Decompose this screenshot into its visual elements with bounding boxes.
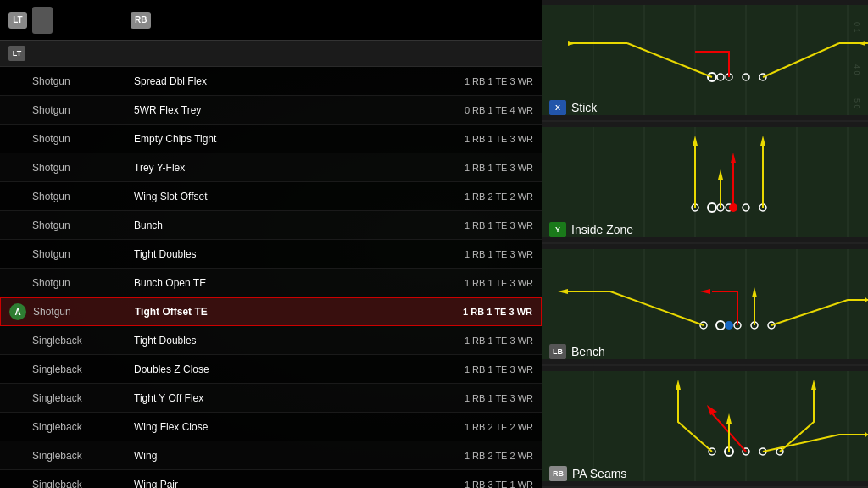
lt-nav-badge: LT (8, 12, 27, 29)
rb-nav-badge: RB (131, 12, 151, 29)
svg-point-34 (729, 203, 737, 212)
play-desc-label: 1 RB 1 TE 3 WR (423, 393, 533, 403)
top-nav: LT RB (0, 0, 542, 41)
formation-label: Singleback (32, 363, 134, 375)
svg-text:0 1: 0 1 (853, 22, 861, 33)
svg-text:5 0: 5 0 (853, 98, 861, 109)
play-desc-label: 1 RB 1 TE 3 WR (423, 278, 533, 288)
play-desc-label: 1 RB 2 TE 2 WR (423, 191, 533, 202)
play-name-label: Trey Y-Flex (134, 162, 423, 174)
tab-all-plays[interactable] (80, 7, 100, 34)
preview-badge-2: LB (549, 344, 566, 359)
svg-point-51 (725, 321, 733, 330)
formation-label: Shotgun (32, 219, 134, 231)
preview-name-1: Inside Zone (571, 223, 633, 236)
play-row[interactable]: Shotgun Bunch Open TE 1 RB 1 TE 3 WR (0, 269, 542, 297)
play-preview-3[interactable]: RB PA Seams (542, 366, 868, 488)
play-name-label: Bunch (134, 219, 423, 231)
svg-rect-0 (542, 5, 868, 115)
play-preview-0[interactable]: 0 1 4 0 5 0 X Stick (542, 0, 868, 122)
play-desc-label: 0 RB 1 TE 4 WR (423, 105, 533, 115)
formation-label: Singleback (32, 335, 134, 347)
formation-label: Shotgun (32, 248, 134, 260)
preview-badge-0: X (549, 100, 566, 115)
play-desc-label: 1 RB 1 TE 3 WR (423, 364, 533, 374)
play-name-label: Wing Flex Close (134, 421, 423, 433)
play-desc-label: 1 RB 1 TE 3 WR (423, 134, 533, 144)
play-name-label: Empty Chips Tight (134, 133, 423, 145)
lt-list-badge: LT (8, 46, 25, 61)
play-name-label: Tight Doubles (134, 248, 423, 260)
play-name-label: Wing Slot Offset (134, 191, 423, 202)
formation-label: Shotgun (32, 162, 134, 174)
formation-label: Singleback (32, 450, 134, 462)
play-desc-label: 1 RB 1 TE 3 WR (423, 220, 533, 230)
play-row[interactable]: Singleback Wing Pair 1 RB 3 TE 1 WR (0, 470, 542, 488)
play-desc-label: 1 RB 2 TE 2 WR (423, 451, 533, 461)
play-row[interactable]: Shotgun Empty Chips Tight 1 RB 1 TE 3 WR (0, 125, 542, 153)
play-name-label: Wing Pair (134, 479, 423, 489)
preview-label-2: LB Bench (549, 344, 605, 359)
a-badge: A (9, 303, 26, 320)
preview-label-0: X Stick (549, 100, 597, 115)
left-panel: LT RB LT Shotgun Spread Dbl Flex 1 RB 1 (0, 0, 542, 488)
play-name-label: Spread Dbl Flex (134, 75, 423, 87)
play-name-label: Tight Y Off Flex (134, 392, 423, 404)
play-preview-1[interactable]: Y Inside Zone (542, 122, 868, 244)
play-row[interactable]: Singleback Doubles Z Close 1 RB 1 TE 3 W… (0, 355, 542, 384)
list-header: LT (0, 41, 542, 67)
preview-badge-1: Y (549, 222, 566, 237)
tab-my-gameplan[interactable] (103, 7, 124, 34)
play-row[interactable]: Shotgun 5WR Flex Trey 0 RB 1 TE 4 WR (0, 96, 542, 125)
play-row[interactable]: Shotgun Spread Dbl Flex 1 RB 1 TE 3 WR (0, 67, 542, 96)
play-desc-label: 1 RB 1 TE 3 WR (423, 76, 533, 86)
play-row[interactable]: Shotgun Bunch 1 RB 1 TE 3 WR (0, 211, 542, 240)
play-row[interactable]: Singleback Tight Y Off Flex 1 RB 1 TE 3 … (0, 384, 542, 413)
formation-label: Shotgun (33, 306, 135, 318)
play-name-label: Tight Doubles (134, 335, 423, 347)
preview-label-3: RB PA Seams (549, 466, 626, 481)
play-row[interactable]: Singleback Wing Flex Close 1 RB 2 TE 2 W… (0, 413, 542, 441)
play-row[interactable]: Singleback Tight Doubles 1 RB 1 TE 3 WR (0, 326, 542, 355)
formation-label: Shotgun (32, 133, 134, 145)
play-desc-label: 1 RB 1 TE 3 WR (423, 249, 533, 259)
play-row[interactable]: Shotgun Wing Slot Offset 1 RB 2 TE 2 WR (0, 182, 542, 211)
formation-label: Singleback (32, 479, 134, 489)
play-row[interactable]: Shotgun Trey Y-Flex 1 RB 1 TE 3 WR (0, 153, 542, 182)
preview-label-1: Y Inside Zone (549, 222, 633, 237)
right-panel: 0 1 4 0 5 0 X Stick (542, 0, 868, 488)
play-name-label: Wing (134, 450, 423, 462)
svg-rect-57 (542, 371, 868, 481)
formation-label: Shotgun (32, 75, 134, 87)
play-name-label: Doubles Z Close (134, 363, 423, 375)
play-row[interactable]: Singleback Wing 1 RB 2 TE 2 WR (0, 441, 542, 470)
preview-badge-3: RB (549, 466, 567, 481)
play-desc-label: 1 RB 2 TE 2 WR (423, 422, 533, 432)
formation-label: Singleback (32, 421, 134, 433)
play-desc-label: 1 RB 1 TE 3 WR (422, 307, 532, 317)
svg-rect-39 (542, 249, 868, 359)
play-list: Shotgun Spread Dbl Flex 1 RB 1 TE 3 WR S… (0, 67, 542, 488)
play-row[interactable]: A Shotgun Tight Offset TE 1 RB 1 TE 3 WR (0, 297, 542, 326)
formation-label: Shotgun (32, 277, 134, 289)
play-row[interactable]: Shotgun Tight Doubles 1 RB 1 TE 3 WR (0, 240, 542, 269)
formation-label: Singleback (32, 392, 134, 404)
play-desc-label: 1 RB 3 TE 1 WR (423, 480, 533, 489)
play-preview-2[interactable]: LB Bench (542, 244, 868, 366)
tab-my-playbook[interactable] (56, 7, 76, 34)
preview-name-0: Stick (571, 101, 597, 114)
svg-text:4 0: 4 0 (853, 64, 861, 75)
play-desc-label: 1 RB 1 TE 3 WR (423, 336, 533, 346)
play-name-label: Bunch Open TE (134, 277, 423, 289)
play-name-label: Tight Offset TE (135, 306, 422, 318)
main-container: LT RB LT Shotgun Spread Dbl Flex 1 RB 1 (0, 0, 868, 488)
tab-audibles[interactable] (32, 7, 53, 34)
svg-rect-17 (542, 127, 868, 237)
play-desc-label: 1 RB 1 TE 3 WR (423, 163, 533, 173)
formation-label: Shotgun (32, 191, 134, 202)
preview-name-2: Bench (571, 345, 605, 358)
play-name-label: 5WR Flex Trey (134, 104, 423, 116)
preview-name-3: PA Seams (572, 467, 626, 480)
formation-label: Shotgun (32, 104, 134, 116)
